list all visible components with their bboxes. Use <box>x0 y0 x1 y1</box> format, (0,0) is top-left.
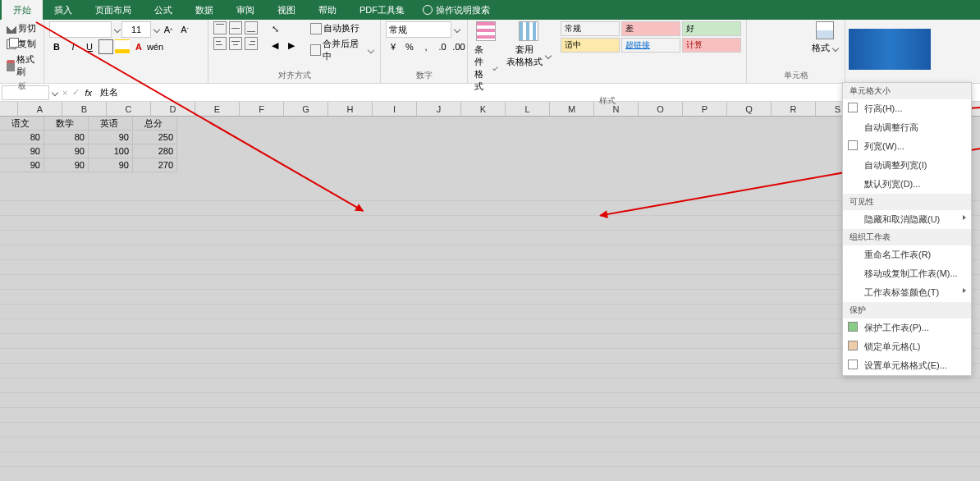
tab-data[interactable]: 数据 <box>184 0 225 20</box>
data-cell[interactable]: 80 <box>44 131 89 144</box>
border-button[interactable] <box>98 39 113 54</box>
align-middle-button[interactable] <box>229 21 242 34</box>
chevron-down-icon[interactable] <box>52 89 58 95</box>
tell-me-search[interactable]: 操作说明搜索 <box>423 4 490 16</box>
header-cell[interactable]: 英语 <box>89 117 133 131</box>
header-cell[interactable]: 语文 <box>0 117 44 131</box>
style-calc[interactable]: 计算 <box>682 38 741 53</box>
indent-button[interactable]: ▶ <box>284 38 299 53</box>
header-cell[interactable]: 数学 <box>44 117 89 131</box>
table-format-button[interactable]: 套用 表格格式 <box>505 43 552 69</box>
data-cell[interactable]: 270 <box>133 158 177 172</box>
column-header[interactable]: C <box>107 102 151 116</box>
font-color-button[interactable]: A <box>131 39 146 54</box>
align-bottom-button[interactable] <box>245 21 258 34</box>
tab-home[interactable]: 开始 <box>2 0 43 20</box>
data-cell[interactable]: 280 <box>133 144 177 158</box>
chevron-down-icon[interactable] <box>153 26 160 33</box>
data-cell[interactable]: 90 <box>0 144 44 158</box>
column-header[interactable]: I <box>373 102 417 116</box>
data-cell[interactable]: 250 <box>133 131 177 144</box>
column-header[interactable]: G <box>284 102 328 116</box>
style-link[interactable]: 超链接 <box>621 38 680 53</box>
inc-decimal-button[interactable]: .0 <box>435 39 450 54</box>
currency-button[interactable]: ¥ <box>386 39 401 54</box>
menu-format-cells[interactable]: 设置单元格格式(E)... <box>843 356 971 375</box>
wrap-text-button[interactable]: 自动换行 <box>309 21 375 35</box>
format-button[interactable]: 格式 <box>810 41 840 55</box>
column-header[interactable]: F <box>240 102 284 116</box>
style-bad[interactable]: 差 <box>621 21 680 36</box>
tab-formula[interactable]: 公式 <box>143 0 184 20</box>
font-size-input[interactable] <box>121 21 151 38</box>
data-cell[interactable]: 90 <box>44 158 89 172</box>
column-header[interactable]: A <box>18 102 62 116</box>
menu-protect-sheet[interactable]: 保护工作表(P)... <box>843 318 971 337</box>
menu-label: 工作表标签颜色(T) <box>864 287 939 297</box>
spreadsheet-grid[interactable]: 语文 数学 英语 总分 8080902509090100280909090270 <box>0 117 980 481</box>
comma-button[interactable]: , <box>419 39 433 54</box>
shrink-font-button[interactable]: Aˇ <box>177 22 192 37</box>
menu-col-width[interactable]: 列宽(W)... <box>843 137 971 156</box>
menu-label: 设置单元格格式(E)... <box>864 360 947 370</box>
tab-insert[interactable]: 插入 <box>43 0 84 20</box>
header-cell[interactable]: 总分 <box>133 117 177 131</box>
data-cell[interactable]: 90 <box>89 131 133 144</box>
column-header[interactable]: E <box>195 102 240 116</box>
copy-button[interactable]: 复制 <box>5 37 38 51</box>
merge-button[interactable]: 合并后居中 <box>309 37 375 63</box>
tab-help[interactable]: 帮助 <box>307 0 348 20</box>
confirm-icon[interactable]: ✓ <box>72 87 80 98</box>
style-good[interactable]: 好 <box>682 21 741 36</box>
column-header[interactable]: J <box>417 102 461 116</box>
column-header[interactable]: B <box>62 102 107 116</box>
data-cell[interactable]: 90 <box>44 144 89 158</box>
menu-move-sheet[interactable]: 移动或复制工作表(M)... <box>843 264 971 283</box>
paint-button[interactable]: 格式刷 <box>5 53 39 79</box>
percent-button[interactable]: % <box>402 39 417 54</box>
data-cell[interactable]: 100 <box>89 144 133 158</box>
conditional-format-button[interactable]: 条件格式 <box>473 43 498 94</box>
number-format-select[interactable] <box>386 21 451 38</box>
menu-autofit-row[interactable]: 自动调整行高 <box>843 118 971 137</box>
align-right-button[interactable] <box>245 37 258 50</box>
grow-font-button[interactable]: A^ <box>161 22 176 37</box>
align-center-button[interactable] <box>229 37 242 50</box>
menu-autofit-col[interactable]: 自动调整列宽(I) <box>843 156 971 175</box>
data-cell[interactable]: 90 <box>0 158 44 172</box>
phonetic-button[interactable]: wén <box>148 39 163 54</box>
dec-decimal-button[interactable]: .00 <box>451 39 466 54</box>
cut-button[interactable]: 剪切 <box>5 21 38 35</box>
tab-layout[interactable]: 页面布局 <box>84 0 143 20</box>
chevron-down-icon[interactable] <box>114 26 121 33</box>
tab-view[interactable]: 视图 <box>266 0 307 20</box>
column-header[interactable]: H <box>328 102 373 116</box>
data-cell[interactable]: 80 <box>0 131 44 144</box>
dedent-button[interactable]: ◀ <box>268 38 282 53</box>
align-top-button[interactable] <box>213 21 227 34</box>
tab-review[interactable]: 审阅 <box>225 0 266 20</box>
cancel-icon[interactable]: × <box>62 88 67 98</box>
empty-grid[interactable] <box>0 186 980 481</box>
menu-tab-color[interactable]: 工作表标签颜色(T) <box>843 283 971 302</box>
fill-color-button[interactable] <box>115 39 130 54</box>
chevron-down-icon[interactable] <box>454 26 460 33</box>
menu-section-size: 单元格大小 <box>843 83 971 99</box>
menu-row-height[interactable]: 行高(H)... <box>843 99 971 118</box>
data-cell[interactable]: 90 <box>89 158 133 172</box>
orientation-button[interactable]: ⤡ <box>268 21 282 36</box>
menu-lock-cell[interactable]: 锁定单元格(L) <box>843 337 971 356</box>
select-all-corner[interactable] <box>0 102 18 116</box>
fx-icon[interactable]: fx <box>85 88 92 98</box>
tab-pdf[interactable]: PDF工具集 <box>348 0 416 20</box>
align-left-button[interactable] <box>213 37 227 50</box>
format-label: 格式 <box>812 42 830 54</box>
format-icon <box>816 21 834 39</box>
bold-button[interactable]: B <box>49 39 64 54</box>
style-normal[interactable]: 常规 <box>561 21 620 36</box>
column-header[interactable]: R <box>772 102 816 116</box>
menu-rename-sheet[interactable]: 重命名工作表(R) <box>843 245 971 264</box>
menu-hide-unhide[interactable]: 隐藏和取消隐藏(U) <box>843 210 971 229</box>
menu-default-width[interactable]: 默认列宽(D)... <box>843 175 971 194</box>
style-neutral[interactable]: 适中 <box>561 38 620 53</box>
